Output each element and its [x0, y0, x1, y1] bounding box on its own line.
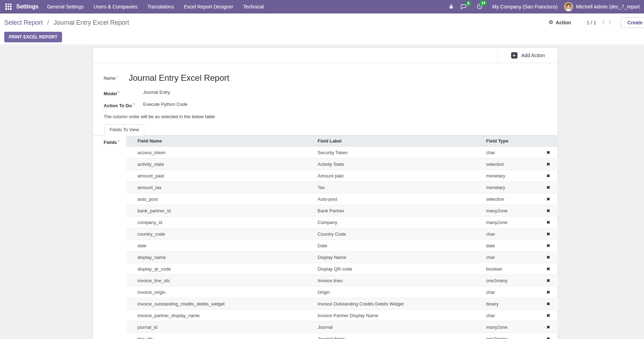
delete-cell: ✖ [538, 193, 558, 205]
remove-row-icon[interactable]: ✖ [546, 336, 550, 339]
plus-icon: + [511, 52, 517, 59]
field-name-cell: bank_partner_id [126, 205, 314, 217]
nav-menu-translations[interactable]: Translations [142, 0, 179, 13]
nav-menu-general-settings[interactable]: General Settings [42, 0, 88, 13]
remove-row-icon[interactable]: ✖ [546, 220, 550, 225]
table-row[interactable]: access_tokenSecurity Tokenchar✖ [126, 147, 558, 158]
field-type-cell: char [483, 286, 538, 298]
table-row[interactable]: display_qr_codeDisplay QR-codeboolean✖ [126, 263, 558, 275]
help-tooltip-marker[interactable]: ? [118, 139, 120, 143]
remove-row-icon[interactable]: ✖ [546, 255, 550, 260]
delete-cell: ✖ [538, 182, 558, 193]
remove-row-icon[interactable]: ✖ [546, 185, 550, 190]
remove-row-icon[interactable]: ✖ [546, 173, 550, 178]
field-name-cell: invoice_line_ids [126, 275, 314, 286]
help-tooltip-marker[interactable]: ? [116, 75, 118, 79]
pager-value: 1 / 1 [587, 20, 596, 25]
field-name-cell: journal_id [126, 321, 314, 333]
field-label-cell: Auto-post [314, 193, 483, 205]
pager-next-button[interactable] [608, 19, 612, 26]
table-row[interactable]: invoice_outstanding_credits_debits_widge… [126, 298, 558, 310]
table-row[interactable]: bank_partner_idBank Partnermany2one✖ [126, 205, 558, 217]
pager-previous-button[interactable] [602, 19, 605, 26]
activities-badge: 14 [480, 1, 486, 6]
help-tooltip-marker[interactable]: ? [118, 91, 120, 94]
nav-menu-users-companies[interactable]: Users & Companies [88, 0, 142, 13]
table-row[interactable]: amount_paidAmount paidmonetary✖ [126, 170, 558, 182]
remove-row-icon[interactable]: ✖ [546, 196, 550, 202]
field-type-cell: char [483, 147, 538, 158]
delete-cell: ✖ [538, 170, 558, 182]
company-switcher[interactable]: My Company (San Francisco) [492, 4, 558, 10]
field-label-cell: Security Token [314, 147, 483, 158]
add-action-button[interactable]: + Add Action [498, 48, 558, 63]
column-header-field-type[interactable]: Field Type [483, 135, 538, 147]
field-name-cell: invoice_origin [126, 286, 314, 298]
remove-row-icon[interactable]: ✖ [546, 313, 550, 318]
name-field-label: Name? [104, 75, 129, 81]
table-row[interactable]: amount_taxTaxmonetary✖ [126, 182, 558, 193]
user-menu[interactable]: Mitchell Admin (dec_7_report [576, 4, 640, 10]
remove-row-icon[interactable]: ✖ [546, 325, 550, 330]
field-label-cell: Journal Items [314, 333, 483, 339]
breadcrumb: Select Report / Journal Entry Excel Repo… [4, 19, 129, 26]
fields-table: Field Name Field Label Field Type access… [126, 135, 558, 339]
activities-button[interactable]: 14 [477, 4, 483, 10]
field-type-cell: monetary [483, 182, 538, 193]
table-row[interactable]: journal_idJournalmany2one✖ [126, 321, 558, 333]
remove-row-icon[interactable]: ✖ [546, 266, 550, 272]
messages-button[interactable]: 6 [460, 4, 467, 10]
column-header-field-label[interactable]: Field Label [314, 135, 483, 147]
table-row[interactable]: invoice_line_idsInvoice linesone2many✖ [126, 275, 558, 286]
nav-menu-excel-report-designer[interactable]: Excel Report Designer [179, 0, 238, 13]
table-row[interactable]: activity_stateActivity Stateselection✖ [126, 158, 558, 170]
table-row[interactable]: company_idCompanymany2one✖ [126, 217, 558, 228]
field-label-cell: Date [314, 240, 483, 252]
print-excel-report-button[interactable]: PRINT EXCEL REPORT [4, 32, 62, 42]
apps-menu-icon[interactable] [5, 4, 12, 10]
field-label-cell: Tax [314, 182, 483, 193]
table-row[interactable]: dateDatedate✖ [126, 240, 558, 252]
field-name-cell: activity_state [126, 158, 314, 170]
table-row[interactable]: invoice_partner_display_nameInvoice Part… [126, 310, 558, 321]
field-name-cell: date [126, 240, 314, 252]
field-label-cell: Amount paid [314, 170, 483, 182]
tab-fields-to-view[interactable]: Fields To View [104, 124, 144, 135]
field-type-cell: boolean [483, 263, 538, 275]
nav-menu-technical[interactable]: Technical [238, 0, 269, 13]
delete-cell: ✖ [538, 321, 558, 333]
field-label-cell: Company [314, 217, 483, 228]
table-row[interactable]: auto_postAuto-postselection✖ [126, 193, 558, 205]
chevron-right-icon [608, 19, 612, 26]
table-row[interactable]: line_idsJournal Itemsone2many✖ [126, 333, 558, 339]
breadcrumb-parent-link[interactable]: Select Report [4, 19, 43, 26]
remove-row-icon[interactable]: ✖ [546, 243, 550, 248]
avatar[interactable] [564, 2, 573, 11]
remove-row-icon[interactable]: ✖ [546, 208, 550, 213]
field-label-cell: Country Code [314, 228, 483, 240]
column-header-field-name[interactable]: Field Name [126, 135, 314, 147]
remove-row-icon[interactable]: ✖ [546, 231, 550, 237]
table-row[interactable]: display_nameDisplay Namechar✖ [126, 252, 558, 263]
field-label-cell: Invoice lines [314, 275, 483, 286]
create-button[interactable]: Create [621, 17, 644, 28]
nav-menus: General SettingsUsers & CompaniesTransla… [42, 0, 269, 13]
delete-cell: ✖ [538, 240, 558, 252]
app-name[interactable]: Settings [16, 4, 38, 10]
control-panel: Select Report / Journal Entry Excel Repo… [0, 13, 644, 46]
table-row[interactable]: invoice_originOriginchar✖ [126, 286, 558, 298]
remove-row-icon[interactable]: ✖ [546, 150, 550, 155]
action-to-do-field-value[interactable]: Execute Python Code [143, 102, 188, 108]
remove-row-icon[interactable]: ✖ [546, 278, 550, 283]
remove-row-icon[interactable]: ✖ [546, 290, 550, 295]
remove-row-icon[interactable]: ✖ [546, 162, 550, 167]
action-menu-button[interactable]: Action [548, 20, 571, 26]
table-row[interactable]: country_codeCountry Codechar✖ [126, 228, 558, 240]
control-panel-right: Action 1 / 1 Create [548, 16, 644, 29]
debug-button[interactable] [448, 4, 454, 10]
help-tooltip-marker[interactable]: ? [133, 103, 135, 106]
remove-row-icon[interactable]: ✖ [546, 301, 550, 307]
model-field-value[interactable]: Journal Entry [143, 90, 170, 96]
delete-cell: ✖ [538, 275, 558, 286]
name-field-value[interactable]: Journal Entry Excel Report [129, 72, 229, 84]
